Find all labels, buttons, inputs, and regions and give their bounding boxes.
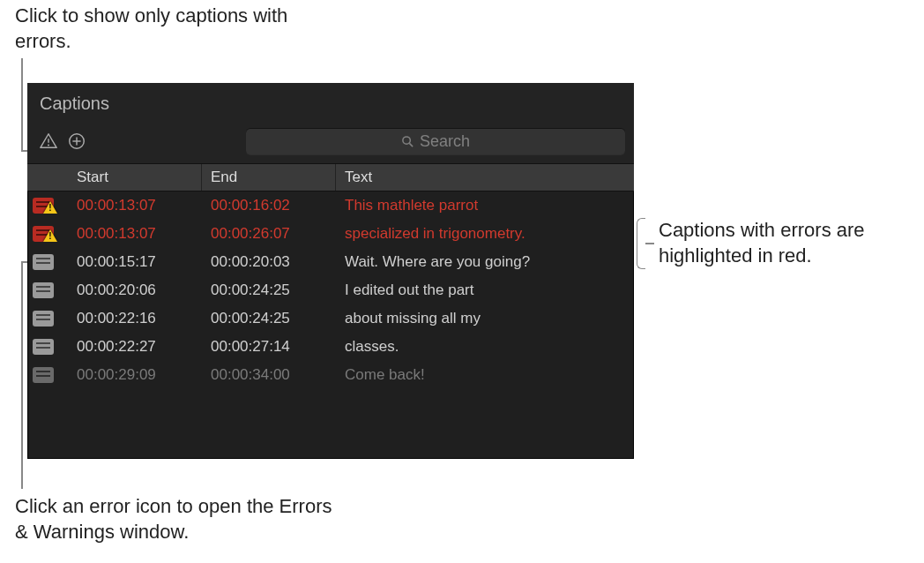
cell-end: 00:00:24:25 bbox=[202, 282, 336, 299]
table-row[interactable]: 00:00:20:0600:00:24:25I edited out the p… bbox=[27, 276, 634, 304]
cell-text: Come back! bbox=[336, 366, 634, 384]
cell-end: 00:00:34:00 bbox=[202, 366, 336, 384]
col-text[interactable]: Text bbox=[336, 164, 634, 191]
cell-end: 00:00:27:14 bbox=[202, 338, 336, 356]
search-icon bbox=[401, 135, 414, 148]
table-row[interactable]: 00:00:13:0700:00:16:02This mathlete parr… bbox=[27, 191, 634, 220]
caption-icon bbox=[33, 339, 54, 355]
callout-line-top bbox=[21, 58, 23, 150]
cell-end: 00:00:26:07 bbox=[202, 225, 336, 243]
cell-text: specialized in trigonometry. bbox=[336, 225, 634, 243]
cell-start: 00:00:15:17 bbox=[68, 253, 202, 271]
cell-start: 00:00:22:27 bbox=[68, 338, 202, 356]
cell-end: 00:00:24:25 bbox=[202, 310, 336, 327]
callout-line-right bbox=[645, 243, 654, 244]
caption-icon bbox=[33, 282, 54, 298]
table-header: Start End Text bbox=[27, 163, 634, 191]
filter-errors-button[interactable] bbox=[36, 130, 61, 153]
captions-panel: Captions Search Start End bbox=[27, 83, 634, 459]
plus-circle-icon bbox=[67, 131, 86, 151]
caption-icon bbox=[33, 254, 54, 270]
panel-title: Captions bbox=[27, 83, 634, 123]
cell-text: classes. bbox=[336, 338, 634, 356]
warning-triangle-icon bbox=[39, 131, 58, 151]
table-row[interactable]: 00:00:22:2700:00:27:14classes. bbox=[27, 333, 634, 361]
toolbar: Search bbox=[27, 123, 634, 163]
cell-text: Wait. Where are you going? bbox=[336, 253, 634, 271]
row-error-icon bbox=[27, 339, 68, 355]
caption-icon bbox=[33, 367, 54, 383]
cell-start: 00:00:20:06 bbox=[68, 282, 202, 299]
cell-start: 00:00:13:07 bbox=[68, 197, 202, 214]
cell-start: 00:00:22:16 bbox=[68, 310, 202, 327]
table-body: 00:00:13:0700:00:16:02This mathlete parr… bbox=[27, 191, 634, 389]
row-error-icon[interactable] bbox=[27, 198, 68, 214]
row-error-icon[interactable] bbox=[27, 226, 68, 242]
table-row[interactable]: 00:00:22:1600:00:24:25about missing all … bbox=[27, 304, 634, 333]
warning-icon bbox=[43, 201, 57, 214]
col-icon[interactable] bbox=[27, 164, 68, 191]
cell-end: 00:00:16:02 bbox=[202, 197, 336, 214]
table-row[interactable]: 00:00:29:0900:00:34:00Come back! bbox=[27, 361, 634, 389]
search-input[interactable]: Search bbox=[246, 128, 625, 154]
callout-right: Captions with errors are highlighted in … bbox=[659, 218, 914, 268]
callout-bracket-right bbox=[637, 218, 645, 269]
table-row[interactable]: 00:00:13:0700:00:26:07specialized in tri… bbox=[27, 220, 634, 248]
svg-point-1 bbox=[48, 145, 49, 146]
row-error-icon bbox=[27, 367, 68, 383]
cell-text: about missing all my bbox=[336, 310, 634, 327]
callout-line-bottom bbox=[21, 261, 23, 489]
warning-icon bbox=[43, 229, 57, 242]
row-error-icon bbox=[27, 254, 68, 270]
cell-text: This mathlete parrot bbox=[336, 197, 634, 214]
search-placeholder: Search bbox=[420, 132, 470, 151]
caption-icon bbox=[33, 311, 54, 327]
cell-start: 00:00:29:09 bbox=[68, 366, 202, 384]
cell-end: 00:00:20:03 bbox=[202, 253, 336, 271]
col-end[interactable]: End bbox=[202, 164, 336, 191]
table-row[interactable]: 00:00:15:1700:00:20:03Wait. Where are yo… bbox=[27, 248, 634, 276]
add-caption-button[interactable] bbox=[64, 130, 89, 153]
svg-point-5 bbox=[403, 136, 410, 143]
callout-bottom: Click an error icon to open the Errors &… bbox=[15, 494, 350, 544]
callout-top: Click to show only captions with errors. bbox=[15, 4, 332, 54]
row-error-icon bbox=[27, 282, 68, 298]
svg-line-6 bbox=[409, 143, 413, 146]
row-error-icon bbox=[27, 311, 68, 327]
cell-start: 00:00:13:07 bbox=[68, 225, 202, 243]
col-start[interactable]: Start bbox=[68, 164, 202, 191]
cell-text: I edited out the part bbox=[336, 282, 634, 299]
